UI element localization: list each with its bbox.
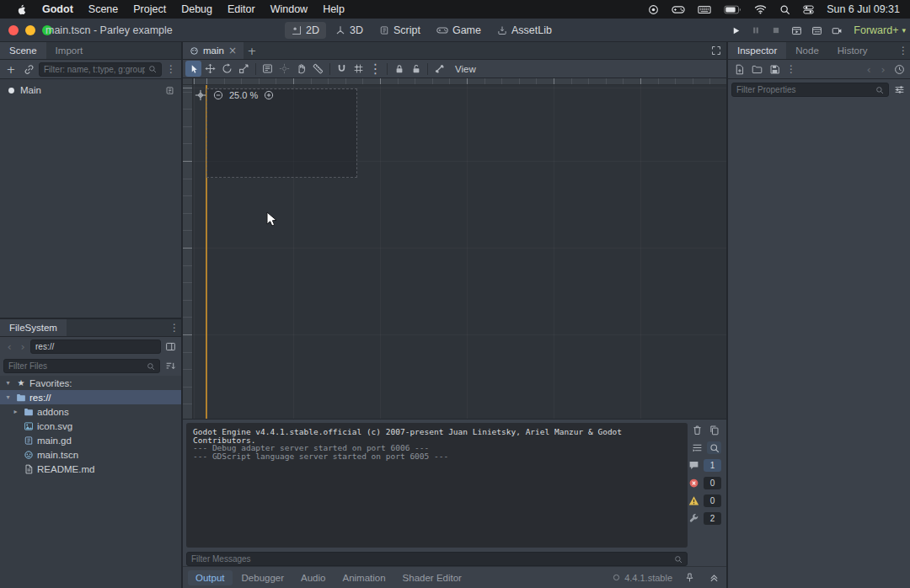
snap-options-button[interactable]: ⋮ bbox=[367, 61, 383, 77]
scene-filter-input[interactable] bbox=[44, 65, 145, 74]
zoom-in-button[interactable] bbox=[264, 90, 274, 100]
inspector-dock-menu-button[interactable]: ⋮ bbox=[897, 42, 910, 59]
tree-item-res-root[interactable]: ▾ res:// bbox=[0, 390, 181, 404]
rotate-tool-button[interactable] bbox=[219, 61, 235, 77]
tree-item-icon-svg[interactable]: icon.svg bbox=[0, 419, 181, 433]
nav-back-button[interactable]: ‹ bbox=[3, 341, 15, 352]
skeleton-options-button[interactable] bbox=[431, 61, 447, 77]
inspector-filter-input[interactable] bbox=[736, 85, 872, 94]
tab-output[interactable]: Output bbox=[188, 570, 233, 585]
pivot-tool-button[interactable] bbox=[276, 61, 292, 77]
tab-history[interactable]: History bbox=[828, 42, 877, 59]
workspace-assetlib-button[interactable]: AssetLib bbox=[490, 22, 559, 39]
expand-arrow-icon[interactable]: ▸ bbox=[11, 409, 20, 415]
select-tool-button[interactable] bbox=[185, 61, 201, 77]
movie-maker-button[interactable] bbox=[828, 22, 845, 39]
menu-scene[interactable]: Scene bbox=[81, 0, 126, 19]
pause-button[interactable] bbox=[747, 22, 764, 39]
tree-item-main-tscn[interactable]: main.tscn bbox=[0, 447, 181, 462]
scale-tool-button[interactable] bbox=[236, 61, 252, 77]
tab-debugger[interactable]: Debugger bbox=[234, 570, 292, 585]
attached-script-icon[interactable] bbox=[165, 86, 174, 95]
collapse-arrow-icon[interactable]: ▾ bbox=[3, 380, 13, 387]
tab-audio[interactable]: Audio bbox=[293, 570, 333, 585]
workspace-2d-button[interactable]: 2D bbox=[285, 22, 326, 39]
nav-forward-button[interactable]: › bbox=[17, 341, 29, 352]
zoom-out-button[interactable] bbox=[213, 90, 223, 100]
stop-button[interactable] bbox=[768, 22, 784, 39]
tab-scene[interactable]: Scene bbox=[0, 42, 46, 59]
new-resource-button[interactable] bbox=[731, 61, 747, 77]
errors-filter-icon[interactable] bbox=[687, 477, 701, 489]
screen-recording-icon[interactable] bbox=[648, 4, 659, 15]
close-icon[interactable]: × bbox=[228, 45, 237, 56]
edit-history-button[interactable] bbox=[891, 61, 907, 77]
horizontal-ruler[interactable] bbox=[193, 78, 726, 85]
expand-bottom-panel-button[interactable] bbox=[707, 571, 721, 584]
scene-tree[interactable]: Main bbox=[0, 79, 181, 318]
spotlight-search-icon[interactable] bbox=[779, 4, 790, 15]
warnings-filter-icon[interactable] bbox=[687, 494, 701, 507]
menu-project[interactable]: Project bbox=[126, 0, 174, 19]
current-path-input[interactable] bbox=[35, 342, 156, 351]
errors-count-badge[interactable]: 0 bbox=[704, 477, 721, 489]
tab-shader-editor[interactable]: Shader Editor bbox=[395, 570, 469, 585]
resource-options-button[interactable]: ⋮ bbox=[784, 64, 798, 74]
move-tool-button[interactable] bbox=[202, 61, 218, 77]
canvas-content[interactable]: 25.0 % bbox=[193, 85, 726, 419]
editor-filter-icon[interactable] bbox=[687, 512, 701, 525]
tab-animation[interactable]: Animation bbox=[335, 570, 393, 585]
pin-bottom-panel-button[interactable] bbox=[682, 571, 697, 584]
2d-viewport[interactable]: 25.0 % bbox=[183, 78, 726, 419]
play-custom-scene-button[interactable] bbox=[808, 22, 825, 39]
messages-count-badge[interactable]: 1 bbox=[704, 459, 721, 472]
play-scene-button[interactable] bbox=[788, 22, 805, 39]
ruler-tool-button[interactable] bbox=[310, 61, 326, 77]
filesystem-dock-menu-button[interactable]: ⋮ bbox=[168, 319, 181, 336]
menu-debug[interactable]: Debug bbox=[174, 0, 220, 19]
add-node-button[interactable]: + bbox=[3, 61, 19, 77]
scene-tree-node-main[interactable]: Main bbox=[0, 83, 181, 98]
menu-window[interactable]: Window bbox=[263, 0, 315, 19]
unlock-object-button[interactable] bbox=[408, 61, 424, 77]
messages-filter-icon[interactable] bbox=[687, 459, 701, 472]
save-resource-button[interactable] bbox=[767, 61, 782, 77]
tab-import[interactable]: Import bbox=[46, 42, 93, 59]
toggle-split-mode-button[interactable] bbox=[163, 339, 178, 355]
menu-editor[interactable]: Editor bbox=[220, 0, 263, 19]
renderer-dropdown[interactable]: Forward+ ▾ bbox=[854, 24, 906, 36]
instantiate-scene-button[interactable] bbox=[21, 61, 36, 77]
menu-godot[interactable]: Godot bbox=[35, 0, 81, 19]
warnings-count-badge[interactable]: 0 bbox=[704, 494, 721, 507]
clear-log-button[interactable] bbox=[690, 424, 704, 436]
menubar-clock[interactable]: Sun 6 Jul 09:31 bbox=[827, 3, 902, 15]
workspace-game-button[interactable]: Game bbox=[430, 22, 488, 39]
favorites-section-row[interactable]: ▾ ★ Favorites: bbox=[0, 376, 181, 390]
new-scene-tab-button[interactable]: + bbox=[244, 42, 260, 59]
property-options-button[interactable] bbox=[891, 83, 907, 98]
tab-inspector[interactable]: Inspector bbox=[728, 42, 786, 59]
version-info[interactable]: 4.4.1.stable bbox=[613, 573, 672, 583]
control-center-icon[interactable] bbox=[803, 4, 814, 15]
distraction-free-button[interactable] bbox=[706, 42, 726, 59]
view-menu-button[interactable]: View bbox=[448, 61, 483, 77]
copy-log-button[interactable] bbox=[707, 424, 721, 436]
tree-item-main-gd[interactable]: main.gd bbox=[0, 433, 181, 447]
show-search-button[interactable] bbox=[707, 441, 721, 454]
grid-snap-button[interactable] bbox=[351, 61, 367, 77]
scene-tab-main[interactable]: main × bbox=[183, 42, 244, 59]
load-resource-button[interactable] bbox=[749, 61, 764, 77]
close-window-button[interactable] bbox=[8, 25, 19, 35]
filesystem-filter-input[interactable] bbox=[8, 361, 143, 371]
history-back-button[interactable]: ‹ bbox=[863, 64, 875, 75]
tree-item-addons[interactable]: ▸ addons bbox=[0, 404, 181, 419]
list-select-button[interactable] bbox=[260, 61, 276, 77]
zoom-level-label[interactable]: 25.0 % bbox=[229, 90, 258, 100]
collapse-duplicates-button[interactable] bbox=[690, 441, 704, 454]
vertical-ruler[interactable] bbox=[183, 85, 193, 419]
wifi-icon[interactable] bbox=[754, 4, 767, 14]
message-filter-input[interactable] bbox=[191, 554, 671, 564]
pan-tool-button[interactable] bbox=[293, 61, 309, 77]
editor-count-badge[interactable]: 2 bbox=[704, 512, 721, 525]
collapse-arrow-icon[interactable]: ▾ bbox=[3, 394, 13, 401]
